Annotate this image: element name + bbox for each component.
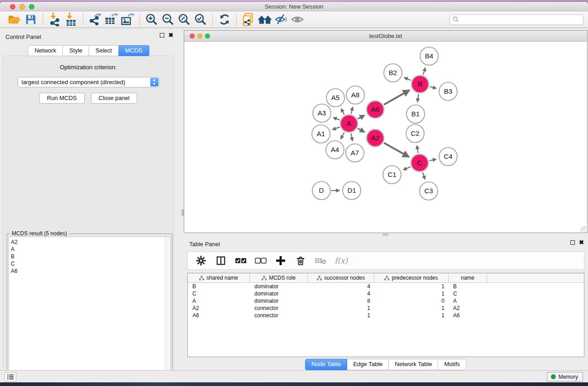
column-header-name[interactable]: name	[449, 273, 487, 282]
graph-node-A5[interactable]: A5	[326, 89, 344, 107]
graph-node-C4[interactable]: C4	[439, 148, 457, 166]
network-graph[interactable]: B4B2BB3A8A5A6A3B1AC2A1A2A4A7C4CC1DD1C3	[184, 42, 587, 233]
node-table[interactable]: shared nameMCDS rolesuccessor nodesprede…	[187, 273, 584, 357]
tab-network[interactable]: Network	[28, 45, 63, 56]
home-icon[interactable]	[257, 12, 273, 27]
run-mcds-button[interactable]: Run MCDS	[39, 93, 85, 104]
network-vertical-scrollbar[interactable]	[182, 210, 184, 216]
column-header-successor-nodes[interactable]: successor nodes	[308, 273, 374, 282]
graph-node-C2[interactable]: C2	[406, 124, 424, 143]
graph-edge-A-A1[interactable]	[332, 127, 339, 130]
graph-edge-A-A7[interactable]	[351, 133, 352, 141]
graph-node-B[interactable]: B	[411, 76, 429, 93]
tab-style[interactable]: Style	[63, 45, 89, 56]
graph-node-A7[interactable]: A7	[346, 144, 364, 162]
table-row[interactable]: A6connector11A6	[188, 312, 584, 319]
graph-edge-A-A2[interactable]	[358, 129, 364, 132]
graph-node-C1[interactable]: C1	[383, 166, 401, 184]
network-resize-grip[interactable]	[581, 226, 587, 232]
export-table-icon[interactable]	[103, 12, 120, 27]
memory-button[interactable]: Memory	[547, 372, 583, 381]
float-table-panel-icon[interactable]	[570, 240, 575, 245]
graph-edge-A2-C[interactable]	[384, 143, 409, 157]
graph-node-A1[interactable]: A1	[312, 125, 330, 143]
tab-network-table[interactable]: Network Table	[389, 359, 438, 370]
export-image-icon[interactable]	[120, 12, 136, 27]
graph-node-A4[interactable]: A4	[326, 141, 344, 159]
zoom-in-icon[interactable]	[143, 12, 160, 27]
graph-edge-A-A4[interactable]	[341, 132, 344, 139]
save-session-icon[interactable]	[23, 12, 39, 27]
graph-edge-B-B4[interactable]	[423, 68, 425, 75]
graph-edge-C-C2[interactable]	[417, 146, 418, 153]
zoom-selected-icon[interactable]	[192, 12, 209, 27]
graph-node-C[interactable]: C	[411, 154, 428, 172]
graph-edge-C-C1[interactable]	[403, 167, 411, 170]
graph-node-A8[interactable]: A8	[346, 86, 364, 104]
graph-edge-A-A5[interactable]	[341, 109, 344, 115]
tab-motifs[interactable]: Motifs	[438, 359, 466, 370]
import-network-icon[interactable]	[47, 12, 63, 27]
network-window-titlebar[interactable]: testGlobe.txt	[184, 31, 587, 42]
result-list-scrollbar[interactable]	[165, 237, 170, 382]
graph-node-B1[interactable]: B1	[406, 105, 425, 123]
graph-edge-C-C4[interactable]	[429, 159, 436, 161]
gear-icon[interactable]	[195, 255, 207, 267]
delete-column-icon[interactable]	[295, 255, 306, 267]
mcds-result-item[interactable]: A2	[11, 238, 170, 246]
close-table-panel-icon[interactable]: ✖	[579, 240, 584, 245]
tab-mcds[interactable]: MCDS	[119, 45, 149, 56]
criterion-dropdown[interactable]: largest connected component (directed) ▲…	[18, 77, 159, 87]
select-all-icon[interactable]	[235, 255, 247, 267]
table-row[interactable]: Cdominator41C	[188, 290, 584, 297]
zoom-out-icon[interactable]	[160, 12, 176, 27]
graph-edge-A-A6[interactable]	[358, 115, 364, 119]
graph-node-D[interactable]: D	[312, 181, 330, 200]
split-view-icon[interactable]	[215, 255, 227, 267]
column-header-predecessor-nodes[interactable]: predecessor nodes	[374, 273, 449, 282]
graph-node-B2[interactable]: B2	[384, 64, 402, 82]
graph-node-A2[interactable]: A2	[367, 129, 384, 147]
function-builder-icon[interactable]: f(x)	[335, 256, 348, 265]
mcds-result-item[interactable]: A6	[11, 267, 170, 275]
graph-edge-C-C3[interactable]	[423, 172, 425, 179]
network-canvas[interactable]: B4B2BB3A8A5A6A3B1AC2A1A2A4A7C4CC1DD1C3	[184, 42, 587, 233]
column-header-shared-name[interactable]: shared name	[188, 273, 250, 282]
float-panel-icon[interactable]	[160, 33, 164, 38]
graph-edge-A6-B[interactable]	[384, 90, 409, 105]
show-graphics-details-icon[interactable]	[289, 12, 306, 27]
mcds-result-item[interactable]: B	[11, 253, 170, 260]
search-input[interactable]	[459, 16, 580, 23]
graph-edge-A-A8[interactable]	[351, 107, 353, 114]
open-session-icon[interactable]	[6, 12, 23, 27]
table-row[interactable]: Bdominator41B	[188, 283, 584, 290]
tab-node-table[interactable]: Node Table	[305, 359, 348, 370]
mcds-result-item[interactable]: A	[11, 246, 170, 253]
mcds-result-item[interactable]: C	[11, 260, 170, 267]
graph-node-B3[interactable]: B3	[439, 82, 457, 100]
refresh-icon[interactable]	[216, 12, 233, 27]
tab-edge-table[interactable]: Edge Table	[347, 359, 389, 370]
mcds-result-list[interactable]: A2ABCA6	[9, 237, 171, 382]
graph-node-A[interactable]: A	[340, 115, 358, 132]
hide-graphics-details-icon[interactable]	[273, 12, 289, 27]
tab-select[interactable]: Select	[89, 45, 119, 56]
search-box[interactable]	[449, 14, 583, 25]
add-column-icon[interactable]	[275, 255, 287, 267]
network-horizontal-scrollbar[interactable]	[383, 234, 388, 236]
column-header-mcds-role[interactable]: MCDS role	[250, 273, 308, 282]
graph-edge-B-B1[interactable]	[417, 94, 419, 102]
graph-edge-B-B3[interactable]	[430, 86, 436, 88]
graph-node-D1[interactable]: D1	[343, 181, 361, 200]
close-panel-button[interactable]: Close panel	[91, 93, 138, 104]
table-row[interactable]: A2connector11A2	[188, 305, 584, 312]
table-row[interactable]: Adominator80A	[188, 297, 584, 305]
import-table-icon[interactable]	[63, 12, 79, 27]
delete-table-icon[interactable]	[315, 255, 326, 267]
graph-node-C3[interactable]: C3	[420, 182, 438, 200]
close-panel-icon[interactable]: ✖	[168, 33, 173, 38]
graph-node-A3[interactable]: A3	[313, 104, 331, 122]
task-history-button[interactable]	[5, 372, 16, 381]
graph-edge-A-A3[interactable]	[333, 118, 339, 120]
graph-node-A6[interactable]: A6	[367, 101, 384, 118]
